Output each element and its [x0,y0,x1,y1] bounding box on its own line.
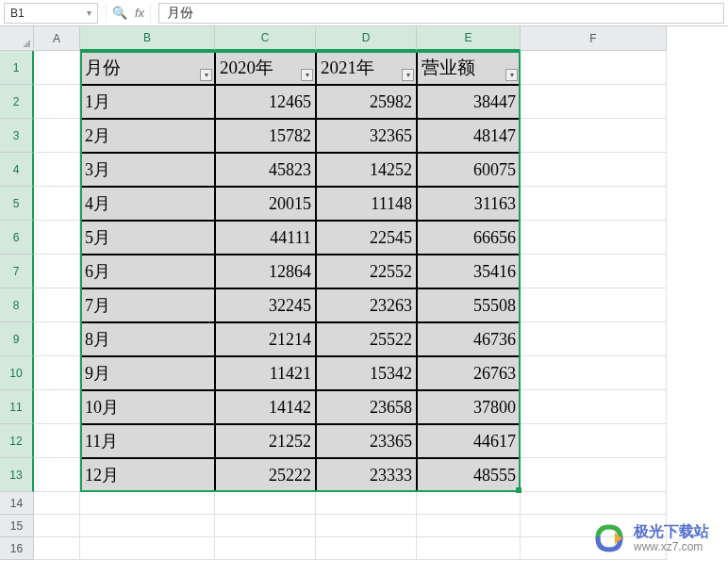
cell[interactable] [34,221,80,255]
cell[interactable]: 20015 [215,187,316,221]
cell[interactable] [34,356,80,390]
cell[interactable]: 14142 [215,390,316,424]
cell[interactable] [521,51,667,85]
cell[interactable]: 66656 [417,221,521,255]
cell[interactable]: 23333 [316,458,417,492]
column-header-e[interactable]: E [417,26,521,51]
cell[interactable]: 3月 [80,153,215,187]
cell[interactable]: 14252 [316,153,417,187]
formula-input[interactable]: 月份 [158,3,724,24]
search-icon[interactable]: 🔍 [112,6,127,20]
row-header-2[interactable]: 2 [0,85,34,119]
row-header-16[interactable]: 16 [0,537,34,560]
cell[interactable] [34,255,80,288]
cell[interactable]: 23365 [316,424,417,458]
cell[interactable]: 46736 [417,322,521,356]
row-header-3[interactable]: 3 [0,119,34,153]
row-header-9[interactable]: 9 [0,322,34,356]
row-header-15[interactable]: 15 [0,515,34,537]
cell[interactable]: 2021年▾ [316,51,417,85]
cell[interactable] [521,322,667,356]
cell[interactable] [521,424,667,458]
row-header-5[interactable]: 5 [0,187,34,221]
cell[interactable]: 8月 [80,322,215,356]
row-header-6[interactable]: 6 [0,221,34,255]
cell[interactable]: 12月 [80,458,215,492]
cell[interactable]: 55508 [417,288,521,322]
cell[interactable] [215,537,316,560]
cell[interactable]: 32365 [316,119,417,153]
cell[interactable]: 22545 [316,221,417,255]
cell[interactable] [521,356,667,390]
cell[interactable]: 11月 [80,424,215,458]
row-header-11[interactable]: 11 [0,390,34,424]
cell[interactable]: 26763 [417,356,521,390]
cell[interactable]: 23658 [316,390,417,424]
column-header-a[interactable]: A [34,26,80,51]
cell[interactable] [34,492,80,515]
cell[interactable]: 2月 [80,119,215,153]
cell[interactable] [521,255,667,288]
row-header-13[interactable]: 13 [0,458,34,492]
cell[interactable] [34,288,80,322]
cell[interactable] [34,515,80,537]
cell[interactable] [521,492,667,515]
cell[interactable]: 45823 [215,153,316,187]
cell[interactable]: 22552 [316,255,417,288]
fx-icon[interactable]: fx [135,6,144,20]
cell[interactable] [417,515,521,537]
cell[interactable]: 15782 [215,119,316,153]
cell[interactable]: 10月 [80,390,215,424]
column-header-c[interactable]: C [215,26,316,51]
cell[interactable] [316,537,417,560]
cell[interactable]: 9月 [80,356,215,390]
row-header-12[interactable]: 12 [0,424,34,458]
cell[interactable]: 7月 [80,288,215,322]
cell[interactable]: 营业额▾ [417,51,521,85]
cell[interactable]: 21214 [215,322,316,356]
cell[interactable] [521,119,667,153]
cell[interactable]: 1月 [80,85,215,119]
cell[interactable] [521,221,667,255]
cell[interactable]: 48147 [417,119,521,153]
cell[interactable]: 12465 [215,85,316,119]
cell[interactable] [34,390,80,424]
cell[interactable]: 11148 [316,187,417,221]
cell[interactable]: 48555 [417,458,521,492]
cell[interactable]: 32245 [215,288,316,322]
cell[interactable]: 37800 [417,390,521,424]
cell[interactable] [34,424,80,458]
cell[interactable]: 38447 [417,85,521,119]
chevron-down-icon[interactable]: ▾ [87,8,91,18]
cell[interactable] [34,119,80,153]
row-header-14[interactable]: 14 [0,492,34,515]
cell[interactable] [316,515,417,537]
filter-dropdown-icon[interactable]: ▾ [200,69,212,81]
cell-reference-box[interactable]: B1 ▾ [4,3,98,24]
cell[interactable] [521,153,667,187]
cell[interactable]: 12864 [215,255,316,288]
cell[interactable] [34,187,80,221]
cell[interactable] [316,492,417,515]
cell[interactable] [417,537,521,560]
row-header-8[interactable]: 8 [0,288,34,322]
cell[interactable]: 25222 [215,458,316,492]
cell[interactable]: 35416 [417,255,521,288]
cell[interactable] [521,288,667,322]
filter-dropdown-icon[interactable]: ▾ [505,69,518,81]
column-header-f[interactable]: F [521,26,667,51]
cell[interactable]: 25982 [316,85,417,119]
cell[interactable]: 15342 [316,356,417,390]
cell[interactable] [34,458,80,492]
row-header-7[interactable]: 7 [0,255,34,288]
cell[interactable] [521,85,667,119]
cell[interactable]: 月份▾ [80,51,215,85]
filter-dropdown-icon[interactable]: ▾ [402,69,414,81]
cell[interactable] [215,492,316,515]
cell[interactable] [417,492,521,515]
row-header-10[interactable]: 10 [0,356,34,390]
cell-grid[interactable]: 月份▾2020年▾2021年▾营业额▾1月1246525982384472月15… [34,51,667,560]
row-header-4[interactable]: 4 [0,153,34,187]
cell[interactable]: 31163 [417,187,521,221]
select-all-corner[interactable] [0,26,34,51]
